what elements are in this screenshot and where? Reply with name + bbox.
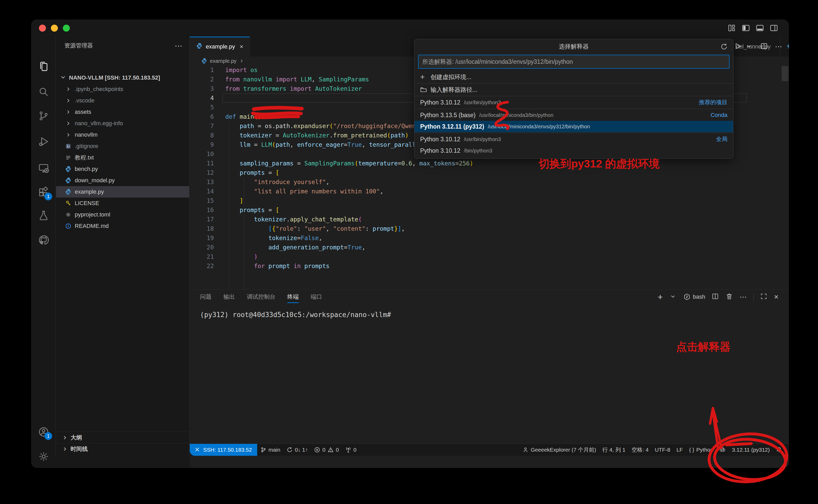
tree-item-assets[interactable]: assets — [56, 106, 189, 118]
branch-indicator[interactable]: main — [257, 444, 284, 456]
ports-indicator[interactable]: 0 — [342, 444, 360, 456]
kill-terminal-icon[interactable] — [725, 292, 733, 301]
remote-indicator[interactable]: SSH: 117.50.183.52 — [190, 444, 257, 456]
testing-icon[interactable] — [37, 209, 50, 222]
tree-item-.vscode[interactable]: .vscode — [56, 95, 189, 106]
minimize-window-button[interactable] — [51, 25, 58, 32]
line-number: 16 — [190, 205, 220, 215]
terminal-dropdown-chevron-icon[interactable] — [669, 292, 677, 301]
search-icon[interactable] — [37, 85, 50, 98]
panel-tab-调试控制台[interactable]: 调试控制台 — [247, 290, 275, 304]
tree-item-LICENSE[interactable]: LICENSE — [56, 198, 189, 209]
bash-terminal-item[interactable]: bash — [683, 293, 705, 301]
run-python-file-icon[interactable] — [733, 42, 742, 51]
tree-item-README.md[interactable]: README.md — [56, 220, 189, 232]
python-icon — [64, 165, 73, 173]
github-icon[interactable] — [37, 234, 50, 247]
source-control-icon[interactable] — [37, 109, 50, 122]
tree-item-pyproject.toml[interactable]: pyproject.toml — [56, 209, 189, 220]
tree-item-.ipynb_checkpoints[interactable]: .ipynb_checkpoints — [56, 83, 189, 95]
close-tab-icon[interactable]: × — [240, 43, 244, 50]
problems-indicator[interactable]: 0 0 — [311, 444, 342, 456]
timeline-section[interactable]: 时间线 — [56, 443, 189, 454]
terminal-shell-label: bash — [693, 293, 705, 300]
interpreter-item-Python-3.10.12[interactable]: Python 3.10.12/bin/python3 — [414, 145, 733, 156]
warning-icon — [328, 447, 334, 453]
split-editor-icon[interactable] — [760, 42, 768, 51]
python-file-icon — [201, 58, 208, 64]
toggle-panel-icon[interactable] — [755, 23, 765, 34]
close-panel-icon[interactable]: × — [774, 292, 779, 301]
file-tree: NANO-VLLM [SSH: 117.50.183.52] .ipynb_ch… — [56, 72, 189, 232]
customize-layout-icon[interactable] — [727, 23, 737, 34]
run-debug-icon[interactable] — [37, 135, 50, 148]
terminal-prompt[interactable]: (py312) root@40d33d5c10c5:/workspace/nan… — [200, 311, 391, 319]
explorer-icon[interactable] — [37, 60, 50, 73]
python-interpreter-indicator[interactable]: 3.12.11 (py312) — [729, 444, 773, 456]
blame-author[interactable]: GeeeekExplorer (7 个月前) — [519, 444, 599, 456]
panel-tab-终端[interactable]: 终端 — [287, 290, 299, 304]
tree-item-bench.py[interactable]: bench.py — [56, 163, 189, 175]
explorer-more-actions-icon[interactable]: ⋯ — [175, 41, 183, 50]
remote-explorer-icon[interactable] — [37, 162, 50, 175]
tree-item-example.py[interactable]: example.py — [56, 186, 189, 198]
indent-setting[interactable]: 空格: 4 — [629, 444, 652, 456]
zoom-window-button[interactable] — [63, 25, 70, 32]
line-number: 19 — [190, 233, 220, 243]
toggle-secondary-sidebar-icon[interactable] — [769, 23, 779, 34]
bottom-panel: 问题输出调试控制台终端端口 + bash ⋯ × (py312) root@40… — [190, 289, 789, 468]
tree-item-nano_vllm.egg-info[interactable]: nano_vllm.egg-info — [56, 118, 189, 129]
interpreter-input[interactable] — [418, 55, 730, 69]
line-number: 8 — [190, 131, 220, 140]
accounts-icon[interactable]: 1 — [37, 425, 50, 438]
interpreter-item-Python-3.12.11-(py312)[interactable]: Python 3.12.11 (py312)/usr/local/minicon… — [414, 121, 733, 132]
interpreter-item-Python-3.10.12[interactable]: Python 3.10.12/usr/bin/python3全局 — [414, 134, 733, 145]
language-mode[interactable]: { }Python — [686, 444, 716, 456]
line-number: 12 — [190, 168, 220, 177]
refresh-interpreters-icon[interactable] — [720, 43, 728, 52]
maximize-panel-icon[interactable] — [760, 292, 768, 301]
outline-section[interactable]: 大纲 — [56, 432, 189, 443]
item-tag: Conda — [711, 112, 728, 118]
toggle-sidebar-icon[interactable] — [741, 23, 751, 34]
split-terminal-icon[interactable] — [711, 292, 719, 301]
panel-tab-输出[interactable]: 输出 — [224, 290, 235, 304]
editor-scrollbar[interactable] — [782, 66, 788, 81]
item-path: /usr/local/miniconda3/bin/python — [479, 112, 553, 118]
run-dropdown-chevron-icon[interactable] — [745, 42, 753, 51]
item-name: Python 3.10.12 — [420, 136, 460, 143]
braces-icon: { } — [689, 447, 694, 453]
tree-item-label: README.md — [75, 223, 109, 229]
eol-setting[interactable]: LF — [674, 444, 686, 456]
close-window-button[interactable] — [39, 25, 46, 32]
line-number: 18 — [190, 224, 220, 233]
interpreter-item-Python-3.13.5-(base)[interactable]: Python 3.13.5 (base)/usr/local/miniconda… — [414, 109, 733, 121]
info-icon — [64, 222, 73, 230]
panel-more-actions-icon[interactable]: ⋯ — [739, 293, 747, 301]
item-path: /usr/bin/python3 — [464, 136, 501, 142]
tree-item-nanovllm[interactable]: nanovllm — [56, 129, 189, 141]
interpreter-item-Python-3.10.12[interactable]: Python 3.10.12/usr/bin/python3推荐的项目 — [414, 97, 733, 108]
tree-item-教程.txt[interactable]: 教程.txt — [56, 152, 189, 163]
cursor-position[interactable]: 行 4, 列 1 — [599, 444, 629, 456]
title-bar — [31, 19, 789, 37]
notifications-bell[interactable] — [773, 444, 785, 456]
item-name: Python 3.12.11 (py312) — [420, 123, 484, 130]
sync-indicator[interactable]: 0↓ 1↑ — [283, 444, 311, 456]
tree-root-folder[interactable]: NANO-VLLM [SSH: 117.50.183.52] — [56, 72, 189, 83]
copilot-indicator[interactable] — [716, 444, 729, 456]
extensions-icon[interactable]: 1 — [37, 186, 50, 199]
new-terminal-icon[interactable]: + — [658, 292, 663, 302]
quickpick-command[interactable]: 输入解释器路径... — [414, 84, 733, 95]
panel-tab-问题[interactable]: 问题 — [200, 290, 212, 304]
encoding-setting[interactable]: UTF-8 — [652, 444, 674, 456]
tab-example-py[interactable]: example.py × — [190, 37, 250, 57]
tree-item-.gitignore[interactable]: .gitignore — [56, 141, 189, 152]
editor-more-actions-icon[interactable]: ⋯ — [775, 42, 783, 51]
tree-item-down_model.py[interactable]: down_model.py — [56, 175, 189, 186]
bash-icon — [683, 293, 691, 301]
quickpick-command[interactable]: +创建虚拟环境... — [414, 71, 733, 83]
settings-gear-icon[interactable] — [37, 450, 50, 463]
panel-tab-端口[interactable]: 端口 — [311, 290, 322, 304]
breadcrumb[interactable]: example.py — [201, 57, 244, 65]
